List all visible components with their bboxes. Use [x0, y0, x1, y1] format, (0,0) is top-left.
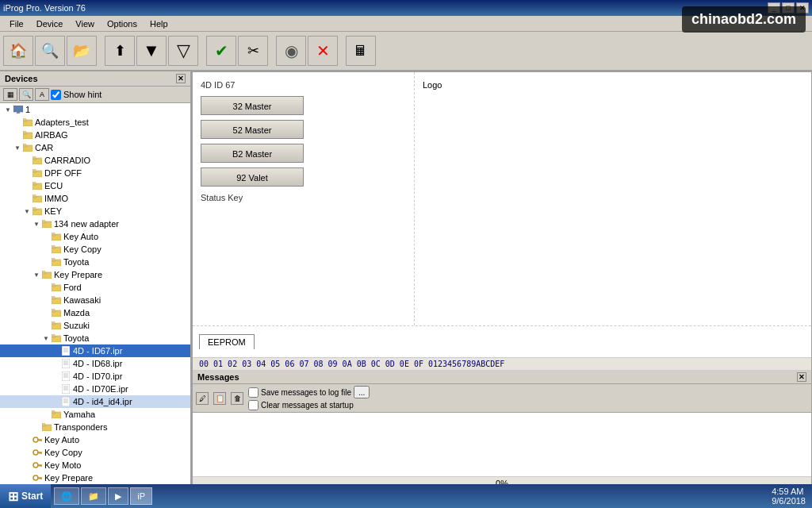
tree-item-key[interactable]: ▼KEY	[0, 205, 190, 217]
tree-item-adapters_test[interactable]: Adapters_test	[0, 116, 190, 129]
btn-b2-master[interactable]: B2 Master	[201, 144, 304, 163]
toolbar-circle[interactable]: ◉	[276, 36, 306, 66]
tree-item-4d_id4_id4[interactable]: 4D - id4_id4.ipr	[0, 395, 190, 408]
toolbar-home[interactable]: 🏠	[3, 36, 33, 66]
tree-item-kawasaki[interactable]: Kawasaki	[0, 294, 190, 306]
svg-rect-7	[23, 131, 26, 133]
menu-view[interactable]: View	[69, 17, 101, 30]
toolbar-check[interactable]: ✔	[206, 36, 236, 66]
tree-item-key_copy2[interactable]: Key Copy	[0, 446, 190, 459]
tree-toggle-key_prepare[interactable]: ▼	[32, 270, 41, 279]
tree-icon-key_copy	[51, 244, 62, 255]
title-text: iProg Pro. Version 76	[3, 3, 86, 13]
menu-options[interactable]: Options	[101, 17, 144, 30]
start-button[interactable]: ⊞ Start	[0, 484, 51, 508]
tree-item-ecu[interactable]: ECU	[0, 179, 190, 192]
tree-item-key_moto[interactable]: Key Moto	[0, 459, 190, 471]
toolbar-open[interactable]: 📂	[67, 36, 97, 66]
devices-btn-search[interactable]: 🔍	[19, 88, 33, 101]
tree-item-immo[interactable]: IMMO	[0, 192, 190, 205]
tree-item-suzuki[interactable]: Suzuki	[0, 319, 190, 332]
tree-toggle-4d_id4_id4	[51, 397, 60, 406]
tree-item-toyota1[interactable]: Toyota	[0, 256, 190, 268]
btn-32-master[interactable]: 32 Master	[201, 96, 304, 115]
tree-icon-toyota2	[51, 333, 62, 344]
save-log-checkbox[interactable]	[248, 387, 259, 398]
tree-toggle-134_new[interactable]: ▼	[32, 219, 41, 229]
toolbar-search[interactable]: 🔍	[35, 36, 65, 66]
tree-toggle-key_moto	[22, 460, 32, 470]
menu-file[interactable]: File	[3, 17, 30, 30]
toolbar-up[interactable]: ⬆	[105, 36, 135, 66]
devices-btn-3[interactable]: A	[35, 88, 49, 101]
tree-item-134_new[interactable]: ▼134 new adapter	[0, 217, 190, 230]
menu-device[interactable]: Device	[30, 17, 70, 30]
tree-item-toyota2[interactable]: ▼Toyota	[0, 332, 190, 344]
msg-btn-1[interactable]: 🖊	[196, 392, 209, 405]
logo-area: Logo	[415, 72, 811, 325]
tree-item-ford[interactable]: Ford	[0, 281, 190, 294]
tree-item-key_auto[interactable]: Key Auto	[0, 230, 190, 243]
svg-rect-25	[33, 207, 36, 209]
tree-item-transponders[interactable]: Transponders	[0, 421, 190, 433]
tree-toggle-car[interactable]: ▼	[13, 143, 22, 152]
clear-msg-label: Clear messages at startup	[261, 401, 354, 410]
eeprom-tab[interactable]: EEPROM	[199, 334, 255, 349]
svg-rect-81	[42, 423, 45, 425]
tree-item-dpf_off[interactable]: DPF OFF	[0, 167, 190, 179]
tree-icon-4d_id70	[60, 371, 71, 382]
hint-checkbox[interactable]	[51, 90, 61, 100]
tree-toggle-adapters_test	[13, 117, 22, 127]
taskbar-app-2[interactable]: 📁	[81, 487, 106, 505]
tree-toggle-key[interactable]: ▼	[22, 206, 32, 216]
menu-help[interactable]: Help	[144, 17, 174, 30]
tree-item-key_auto2[interactable]: Key Auto	[0, 433, 190, 446]
toolbar-down-outline[interactable]: ▽	[168, 36, 198, 66]
tree-toggle-toyota2[interactable]: ▼	[41, 333, 51, 343]
show-hint-checkbox[interactable]: Show hint	[51, 90, 102, 100]
svg-rect-88	[40, 452, 42, 455]
tree-item-root1[interactable]: ▼1	[0, 103, 190, 116]
tree-item-yamaha[interactable]: Yamaha	[0, 408, 190, 421]
tree-item-car[interactable]: ▼CAR	[0, 141, 190, 154]
svg-rect-9	[23, 145, 27, 147]
taskbar-app-1[interactable]: 🌐	[54, 487, 79, 505]
btn-52-master[interactable]: 52 Master	[201, 120, 304, 139]
tree-item-key_prepare[interactable]: ▼Key Prepare	[0, 268, 190, 281]
tree-container[interactable]: ▼1Adapters_testAIRBAG▼CARCARRADIODPF OFF…	[0, 103, 190, 491]
taskbar-app-3[interactable]: ▶	[108, 487, 128, 505]
tree-icon-ecu	[32, 180, 43, 191]
action-buttons: 32 Master 52 Master B2 Master 92 Valet	[201, 96, 406, 187]
tree-item-carradio[interactable]: CARRADIO	[0, 154, 190, 167]
tree-icon-key_prepare	[41, 269, 52, 280]
tree-item-4d_id70[interactable]: 4D - ID70.ipr	[0, 370, 190, 383]
tree-item-4d_id67[interactable]: 4D - ID67.ipr	[0, 344, 190, 357]
tree-item-key_copy[interactable]: Key Copy	[0, 243, 190, 256]
msg-btn-2[interactable]: 📋	[213, 392, 226, 405]
btn-92-valet[interactable]: 92 Valet	[201, 167, 304, 187]
toolbar-calc[interactable]: 🖩	[346, 36, 376, 66]
tree-item-4d_id70e[interactable]: 4D - ID70E.ipr	[0, 383, 190, 395]
messages-close[interactable]: ✕	[797, 372, 806, 382]
tree-label-immo: IMMO	[44, 194, 68, 203]
tree-label-root1: 1	[25, 105, 30, 114]
tree-item-airbag[interactable]: AIRBAG	[0, 129, 190, 141]
tree-item-mazda[interactable]: Mazda	[0, 306, 190, 319]
devices-close[interactable]: ✕	[176, 74, 186, 83]
main-layout: Devices ✕ ▦ 🔍 A Show hint ▼1Adapters_tes…	[0, 71, 812, 491]
devices-btn-1[interactable]: ▦	[3, 88, 17, 101]
tree-toggle-root1[interactable]: ▼	[3, 105, 13, 114]
toolbar-down-filled[interactable]: ▼	[136, 36, 167, 66]
svg-rect-77	[52, 412, 56, 414]
clear-msg-checkbox[interactable]	[248, 400, 259, 410]
tree-item-4d_id68[interactable]: 4D - ID68.ipr	[0, 357, 190, 370]
tree-item-key_prepare2[interactable]: Key Prepare	[0, 471, 190, 484]
toolbar-scissors[interactable]: ✂	[238, 36, 268, 66]
msg-btn-3[interactable]: 🗑	[231, 392, 243, 405]
toolbar-cancel[interactable]: ✕	[308, 36, 338, 66]
tree-toggle-4d_id70	[51, 371, 60, 381]
taskbar-app-iprog[interactable]: iP	[130, 487, 152, 505]
tree-toggle-airbag	[13, 130, 22, 140]
toolbar: 🏠 🔍 📂 ⬆ ▼ ▽ ✔ ✂ ◉ ✕ 🖩	[0, 32, 812, 71]
save-log-file-btn[interactable]: ...	[354, 386, 370, 398]
